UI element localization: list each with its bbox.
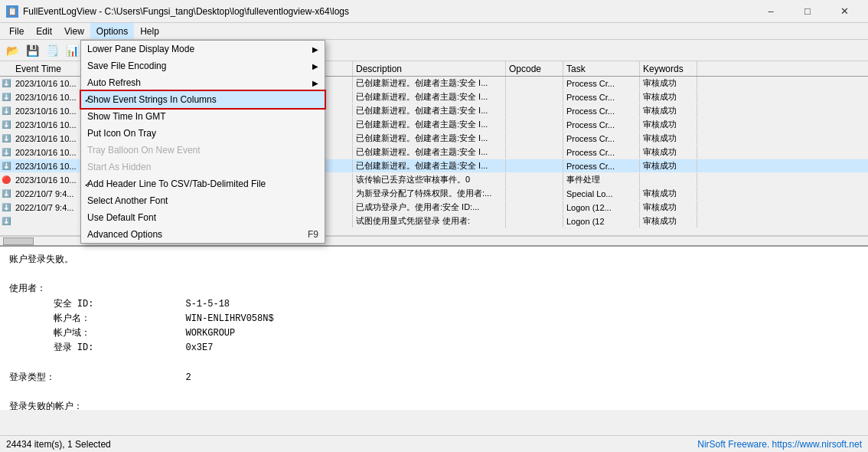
maximize-button[interactable]: □ (790, 0, 825, 23)
cell-keywords: 审核成功 (640, 159, 697, 172)
cell-keywords: 审核成功 (640, 104, 697, 117)
title-bar: 📋 FullEventLogView - C:\Users\Fungsi_tan… (0, 0, 868, 23)
menu-item-put-icon-tray[interactable]: Put Icon On Tray (81, 125, 325, 142)
window-controls: – □ ✕ (753, 0, 862, 23)
status-nirsoft[interactable]: NirSoft Freeware. https://www.nirsoft.ne… (697, 439, 862, 450)
cell-keywords: 审核成功 (640, 146, 697, 159)
menu-item-label: Start As Hidden (87, 162, 318, 172)
cell-opcode (506, 146, 563, 159)
app-icon: 📋 (6, 5, 18, 18)
cell-task: 事件处理 (563, 173, 640, 186)
menu-item-label: Tray Balloon On New Event (87, 145, 318, 156)
menu-item-save-file[interactable]: Save File Encoding▶ (81, 57, 325, 74)
cell-keywords: 审核成功 (640, 201, 697, 214)
cell-keywords (640, 173, 697, 186)
menu-item-lower-pane[interactable]: Lower Pane Display Mode▶ (81, 41, 325, 57)
cell-opcode (506, 77, 563, 90)
toolbar-btn-open[interactable]: 📂 (3, 42, 21, 59)
col-task[interactable]: Task (563, 61, 640, 76)
cell-task: Special Lo... (563, 187, 640, 200)
menu-item-label: Show Time In GMT (87, 111, 318, 122)
row-icon: ⬇️ (0, 133, 12, 145)
cell-keywords: 审核成功 (640, 187, 697, 200)
minimize-button[interactable]: – (753, 0, 788, 23)
cell-description: 为新登录分配了特殊权限。使用者:... (353, 187, 506, 200)
row-icon: ⬇️ (0, 215, 12, 228)
col-description[interactable]: Description (353, 61, 506, 76)
submenu-arrow: ▶ (312, 62, 318, 70)
menu-bar: File Edit View Options Help (0, 23, 868, 40)
menu-item-label: Add Header Line To CSV/Tab-Delimited Fil… (87, 179, 318, 189)
row-icon: ⬇️ (0, 119, 12, 131)
cell-task: Process Cr... (563, 159, 640, 172)
cell-description: 该传输已丢弃这些审核事件。0 (353, 173, 506, 186)
menu-edit[interactable]: Edit (30, 23, 58, 39)
cell-description: 已创建新进程。创建者主题:安全 I... (353, 77, 506, 90)
col-keywords[interactable]: Keywords (640, 61, 697, 76)
cell-opcode (506, 132, 563, 145)
submenu-arrow: ▶ (312, 45, 318, 54)
status-count: 24434 item(s), 1 Selected (6, 439, 111, 450)
menu-item-label: Advanced Options (87, 229, 302, 240)
row-icon: ⬇️ (0, 77, 12, 90)
toolbar-btn-save[interactable]: 💾 (23, 42, 41, 59)
menu-item-add-header[interactable]: Add Header Line To CSV/Tab-Delimited Fil… (81, 175, 325, 192)
row-icon: ⬇️ (0, 146, 12, 159)
status-bar: 24434 item(s), 1 Selected NirSoft Freewa… (0, 435, 868, 452)
menu-item-auto-refresh[interactable]: Auto Refresh▶ (81, 74, 325, 91)
options-dropdown[interactable]: Lower Pane Display Mode▶Save File Encodi… (80, 40, 325, 244)
cell-keywords: 审核成功 (640, 77, 697, 90)
menu-item-default-font[interactable]: Use Default Font (81, 209, 325, 226)
cell-task: Process Cr... (563, 77, 640, 90)
row-icon: ⬇️ (0, 188, 12, 200)
menu-item-label: Select Another Font (87, 195, 318, 206)
close-button[interactable]: ✕ (827, 0, 862, 23)
cell-opcode (506, 201, 563, 214)
cell-opcode (506, 104, 563, 117)
cell-keywords: 审核成功 (640, 90, 697, 103)
row-icon: ⬇️ (0, 105, 12, 117)
row-icon: ⬇️ (0, 91, 12, 103)
menu-item-label: Auto Refresh (87, 77, 312, 88)
detail-pane: 账户登录失败。 使用者： 安全 ID: S-1-5-18 帐户名： WIN-EN… (0, 245, 868, 410)
col-opcode[interactable]: Opcode (506, 61, 563, 76)
menu-file[interactable]: File (3, 23, 30, 39)
menu-item-label: Save File Encoding (87, 61, 312, 71)
menu-help[interactable]: Help (134, 23, 165, 39)
menu-item-label: Show Event Strings In Columns (87, 94, 318, 105)
cell-keywords: 审核成功 (640, 215, 697, 228)
menu-item-start-hidden: Start As Hidden (81, 159, 325, 175)
cell-task: Process Cr... (563, 104, 640, 117)
menu-item-advanced-options[interactable]: Advanced OptionsF9 (81, 226, 325, 243)
cell-task: Logon (12 (563, 215, 640, 228)
cell-description: 已创建新进程。创建者主题:安全 I... (353, 90, 506, 103)
cell-opcode (506, 118, 563, 131)
cell-description: 已创建新进程。创建者主题:安全 I... (353, 118, 506, 131)
menu-item-label: Use Default Font (87, 212, 318, 223)
cell-description: 已创建新进程。创建者主题:安全 I... (353, 146, 506, 159)
cell-description: 已创建新进程。创建者主题:安全 I... (353, 159, 506, 172)
cell-description: 已成功登录户。使用者:安全 ID:... (353, 201, 506, 214)
menu-item-key: F9 (308, 229, 318, 240)
row-icon: ⬇️ (0, 160, 12, 172)
cell-opcode (506, 215, 563, 228)
toolbar-btn-3[interactable]: 📊 (63, 42, 81, 59)
row-icon: ⬇️ (0, 201, 12, 214)
menu-options[interactable]: Options (90, 23, 134, 39)
row-icon: 🔴 (0, 174, 12, 186)
cell-task: Process Cr... (563, 90, 640, 103)
cell-keywords: 审核成功 (640, 118, 697, 131)
cell-task: Process Cr... (563, 146, 640, 159)
cell-opcode (506, 90, 563, 103)
cell-opcode (506, 187, 563, 200)
menu-view[interactable]: View (58, 23, 90, 39)
cell-description: 已创建新进程。创建者主题:安全 I... (353, 104, 506, 117)
menu-item-label: Lower Pane Display Mode (87, 44, 312, 54)
menu-item-show-event-strings[interactable]: Show Event Strings In Columns (81, 91, 325, 108)
cell-description: 已创建新进程。创建者主题:安全 I... (353, 132, 506, 145)
menu-item-select-font[interactable]: Select Another Font (81, 192, 325, 209)
toolbar-btn-2[interactable]: 🗒️ (43, 42, 61, 59)
window-title: FullEventLogView - C:\Users\Fungsi_tang\… (23, 6, 349, 17)
menu-item-tray-balloon: Tray Balloon On New Event (81, 142, 325, 159)
menu-item-show-time-gmt[interactable]: Show Time In GMT (81, 108, 325, 125)
